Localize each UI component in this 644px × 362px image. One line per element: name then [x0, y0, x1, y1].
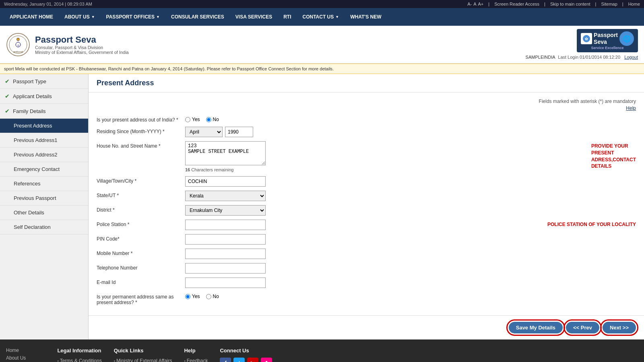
sidebar-item-references[interactable]: References	[0, 177, 88, 191]
nav-contact-us[interactable]: CONTACT US ▼	[297, 8, 345, 26]
tagline2: Ministry of External Affairs, Government…	[35, 50, 129, 55]
utility-bar: Wednesday, January 01, 2014 | 08:29:03 A…	[0, 0, 644, 8]
flickr-icon[interactable]: ✿	[261, 358, 272, 362]
notice-bar: sport Mela will be conducted at PSK - Bh…	[0, 64, 644, 74]
screen-reader-link[interactable]: Screen Reader Access	[494, 2, 539, 6]
month-select[interactable]: JanuaryFebruaryMarch AprilMayJune JulyAu…	[185, 127, 223, 137]
form-row-village: Village/Town/City *	[97, 176, 636, 187]
font-small[interactable]: A-	[467, 2, 472, 6]
mobile-input[interactable]	[185, 249, 266, 259]
state-select[interactable]: Kerala Tamil Nadu Karnataka	[185, 191, 266, 201]
sidebar-item-other-details[interactable]: Other Details	[0, 206, 88, 220]
permanent-no-radio[interactable]	[206, 294, 211, 299]
state-field: Kerala Tamil Nadu Karnataka	[185, 191, 636, 201]
house-textarea[interactable]: 123 SAMPLE STREET EXAMPLE	[185, 141, 266, 165]
twitter-icon[interactable]: t	[233, 358, 245, 362]
form-row-telephone: Telephone Number	[97, 263, 636, 274]
telephone-input[interactable]	[185, 263, 266, 274]
footer-about-link[interactable]: About Us	[6, 355, 45, 361]
nav-visa-services[interactable]: VISA SERVICES	[230, 8, 278, 26]
sidebar-item-emergency-contact[interactable]: Emergency Contact	[0, 162, 88, 177]
nav-passport-offices[interactable]: PASSPORT OFFICES ▼	[101, 8, 165, 26]
footer-nav-list: Home About Us Passport Offices Consular …	[6, 348, 45, 362]
prev-button[interactable]: << Prev	[566, 322, 599, 333]
content-body: Fields marked with asterisk (*) are mand…	[89, 93, 644, 315]
village-input[interactable]	[185, 176, 266, 187]
house-field: 123 SAMPLE STREET EXAMPLE 16 Characters …	[185, 141, 583, 172]
footer-legal-title: Legal Information	[57, 348, 101, 354]
footer-terms-link[interactable]: Terms & Conditions	[60, 358, 102, 362]
permanent-yes-radio[interactable]	[185, 294, 190, 299]
present-out-yes-label[interactable]: Yes	[185, 117, 200, 122]
svg-text:✿: ✿	[585, 37, 588, 41]
save-button[interactable]: Save My Details	[509, 322, 563, 333]
sidebar-item-passport-type[interactable]: ✔ Passport Type	[0, 74, 88, 89]
nav-rti[interactable]: RTI	[278, 8, 297, 26]
present-out-no-radio[interactable]	[206, 117, 211, 122]
form-row-district: District * Ernakulam City Thiruvananthap…	[97, 205, 636, 216]
permanent-radio-group: Yes No	[185, 292, 636, 299]
permanent-no-label[interactable]: No	[206, 294, 219, 299]
sidebar-item-previous-passport[interactable]: Previous Passport	[0, 191, 88, 206]
police-input[interactable]	[185, 220, 266, 230]
police-label: Police Station *	[97, 220, 185, 227]
notice-text: sport Mela will be conducted at PSK - Bh…	[4, 66, 334, 71]
mobile-label: Mobile Number *	[97, 249, 185, 256]
next-button[interactable]: Next >>	[603, 322, 636, 333]
facebook-icon[interactable]: f	[220, 358, 231, 362]
logout-link[interactable]: Logout	[624, 55, 638, 60]
sitemap-link[interactable]: Sitemap	[601, 2, 617, 6]
svg-text:सत्यमेव जयते: सत्यमेव जयते	[13, 51, 23, 53]
district-select[interactable]: Ernakulam City Thiruvananthapuram	[185, 205, 266, 216]
year-input[interactable]	[225, 127, 253, 137]
sidebar-label-family-details: Family Details	[13, 108, 46, 114]
permanent-yes-label[interactable]: Yes	[185, 294, 200, 299]
sidebar: ✔ Passport Type ✔ Applicant Details ✔ Fa…	[0, 74, 89, 339]
permanent-yes-text: Yes	[192, 294, 200, 299]
youtube-icon[interactable]: ▶	[247, 358, 258, 362]
nav-whats-new[interactable]: WHAT'S NEW	[345, 8, 387, 26]
footer-feedback-link[interactable]: Feedback	[187, 358, 208, 362]
sidebar-item-present-address[interactable]: Present Address	[0, 119, 88, 133]
tagline1: Consular, Passport & Visa Division	[35, 45, 129, 50]
footer-home-link[interactable]: Home	[6, 348, 45, 353]
footer-legal-list: Terms & Conditions Privacy Policy	[57, 358, 101, 362]
sidebar-item-previous-address2[interactable]: Previous Address2	[0, 148, 88, 162]
content-header: Present Address	[89, 74, 644, 93]
present-out-yes-radio[interactable]	[185, 117, 190, 122]
sidebar-item-family-details[interactable]: ✔ Family Details	[0, 104, 88, 119]
nav-about-us[interactable]: ABOUT US ▼	[59, 8, 101, 26]
form-row-pin: PIN Code*	[97, 234, 636, 245]
sidebar-item-previous-address1[interactable]: Previous Address1	[0, 133, 88, 148]
username-display: SAMPLEINDIA	[526, 55, 555, 60]
site-header: 🦁 ⊙ सत्यमेव जयते Passport Seva Consular,…	[0, 26, 644, 64]
pin-input[interactable]	[185, 234, 266, 245]
footer-quicklinks-title: Quick Links	[114, 348, 172, 354]
email-input[interactable]	[185, 278, 266, 288]
residing-since-label: Residing Since (Month-YYYY) *	[97, 127, 185, 134]
footer-col-legal: Legal Information Terms & Conditions Pri…	[57, 348, 101, 362]
present-out-no-text: No	[213, 117, 219, 122]
font-large[interactable]: A+	[478, 2, 484, 6]
home-util-link[interactable]: Home	[628, 2, 640, 6]
house-label: House No. and Street Name *	[97, 141, 185, 149]
help-link[interactable]: Help	[626, 105, 636, 111]
nav-consular-services[interactable]: CONSULAR SERVICES	[165, 8, 230, 26]
svg-text:⊙: ⊙	[17, 44, 19, 47]
sidebar-item-applicant-details[interactable]: ✔ Applicant Details	[0, 89, 88, 104]
village-field	[185, 176, 636, 187]
residing-since-field: JanuaryFebruaryMarch AprilMayJune JulyAu…	[185, 127, 636, 137]
sidebar-item-self-declaration[interactable]: Self Declaration	[0, 220, 88, 234]
address-hint: PROVIDE YOURPRESENTADRESS,CONTACTDETAILS	[591, 142, 636, 170]
pin-field	[185, 234, 636, 245]
permanent-no-text: No	[213, 294, 219, 299]
skip-main-link[interactable]: Skip to main content	[550, 2, 590, 6]
nav-applicant-home[interactable]: APPLICANT HOME	[4, 8, 59, 26]
help-link-container: Help	[97, 105, 636, 111]
form-row-permanent: Is your permanent address same as presen…	[97, 292, 636, 305]
svg-text:🦁: 🦁	[16, 37, 20, 41]
font-normal[interactable]: A	[473, 2, 476, 6]
login-details: Last Login 01/01/2014 08:12:20	[557, 55, 621, 60]
footer-mea-link[interactable]: Ministry of External Affairs	[116, 358, 172, 362]
present-out-no-label[interactable]: No	[206, 117, 219, 122]
